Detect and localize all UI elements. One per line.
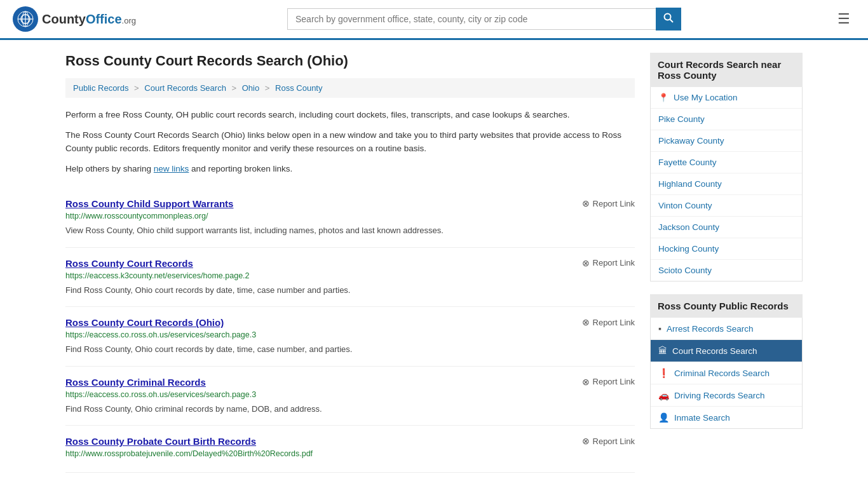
public-records-item-0[interactable]: ▪ Arrest Records Search [651,318,802,340]
public-records-label-0[interactable]: Arrest Records Search [667,324,754,334]
county-link-text-3[interactable]: Highland County [658,179,722,189]
result-header: Ross County Child Support Warrants ⊗ Rep… [65,198,635,209]
county-link-6[interactable]: Hocking County [651,238,802,260]
report-link-1[interactable]: ⊗ Report Link [582,258,635,268]
svg-line-6 [670,20,673,23]
public-records-label-4[interactable]: Inmate Search [674,413,730,423]
county-link-text-4[interactable]: Vinton County [658,201,712,210]
result-url-0[interactable]: http://www.rosscountycommonpleas.org/ [65,212,635,220]
public-records-label-2[interactable]: Criminal Records Search [674,369,770,378]
report-link-icon-4: ⊗ [582,436,590,446]
result-title-3[interactable]: Ross County Criminal Records [65,377,206,388]
result-item: Ross County Court Records ⊗ Report Link … [65,248,635,308]
breadcrumb-ohio[interactable]: Ohio [242,83,259,93]
public-records-item-4[interactable]: 👤 Inmate Search [651,407,802,428]
result-desc-0: View Ross County, Ohio child support war… [65,224,635,237]
result-desc-1: Find Ross County, Ohio court records by … [65,284,635,297]
report-link-label-4[interactable]: Report Link [593,437,635,446]
county-link-0[interactable]: Pike County [651,109,802,130]
logo-area: CountyOffice.org [13,6,136,32]
public-records-item-2[interactable]: ❗ Criminal Records Search [651,362,802,384]
use-my-location[interactable]: 📍 Use My Location [651,87,802,109]
location-pin-icon: 📍 [658,93,668,102]
result-title-2[interactable]: Ross County Court Records (Ohio) [65,317,224,328]
public-records-icon-1: 🏛 [658,346,667,356]
public-records-content: ▪ Arrest Records Search 🏛 Court Records … [650,318,803,429]
county-link-4[interactable]: Vinton County [651,195,802,217]
result-title-4[interactable]: Ross County Probate Court Birth Records [65,436,256,447]
result-desc-3: Find Ross County, Ohio criminal records … [65,403,635,416]
report-link-3[interactable]: ⊗ Report Link [582,377,635,387]
use-location-link[interactable]: Use My Location [674,93,738,102]
breadcrumb-public-records[interactable]: Public Records [73,83,128,93]
result-item: Ross County Child Support Warrants ⊗ Rep… [65,188,635,248]
breadcrumb-sep3: > [265,83,272,93]
report-link-0[interactable]: ⊗ Report Link [582,198,635,208]
search-input[interactable] [287,8,656,30]
county-link-text-1[interactable]: Pickaway County [658,136,724,146]
result-url-1[interactable]: https://eaccess.k3county.net/eservices/h… [65,271,635,280]
county-link-5[interactable]: Jackson County [651,217,802,238]
menu-button[interactable]: ☰ [832,8,855,30]
county-link-3[interactable]: Highland County [651,173,802,195]
public-records-label-1[interactable]: Court Records Search [672,346,757,356]
county-links-container: Pike CountyPickaway CountyFayette County… [651,109,802,281]
county-link-text-2[interactable]: Fayette County [658,158,717,167]
result-header: Ross County Court Records ⊗ Report Link [65,258,635,269]
result-header: Ross County Criminal Records ⊗ Report Li… [65,377,635,388]
public-records-icon-0: ▪ [658,323,661,334]
logo-text: CountyOffice.org [42,12,136,27]
nearby-section-title: Court Records Search near Ross County [650,53,803,87]
intro-prefix: Help others by sharing [65,164,154,173]
county-link-text-0[interactable]: Pike County [658,114,705,124]
result-url-3[interactable]: https://eaccess.co.ross.oh.us/eservices/… [65,390,635,399]
result-header: Ross County Court Records (Ohio) ⊗ Repor… [65,317,635,328]
report-link-label-1[interactable]: Report Link [593,258,635,268]
logo-office: Office [86,12,122,26]
report-link-icon-1: ⊗ [582,258,590,268]
intro-paragraph-1: Perform a free Ross County, OH public co… [65,108,635,122]
county-link-text-7[interactable]: Scioto County [658,266,712,275]
report-link-label-0[interactable]: Report Link [593,199,635,208]
result-url-2[interactable]: https://eaccess.co.ross.oh.us/eservices/… [65,330,635,339]
public-records-item-1[interactable]: 🏛 Court Records Search [651,340,802,362]
result-header: Ross County Probate Court Birth Records … [65,436,635,447]
report-link-label-2[interactable]: Report Link [593,318,635,327]
county-link-text-6[interactable]: Hocking County [658,244,719,254]
content-area: Ross County Court Records Search (Ohio) … [65,53,635,473]
result-title-0[interactable]: Ross County Child Support Warrants [65,198,233,209]
report-link-icon-3: ⊗ [582,377,590,387]
report-link-label-3[interactable]: Report Link [593,377,635,386]
public-records-title-text: Ross County Public Records [658,301,789,311]
county-link-text-5[interactable]: Jackson County [658,222,719,232]
nearby-section: Court Records Search near Ross County 📍 … [650,53,803,281]
breadcrumb-ross-county[interactable]: Ross County [275,83,322,93]
header: CountyOffice.org ☰ [0,0,868,40]
search-button[interactable] [656,8,681,30]
result-item: Ross County Probate Court Birth Records … [65,426,635,473]
breadcrumb-court-records[interactable]: Court Records Search [144,83,226,93]
logo-icon [13,6,38,32]
intro-suffix: and reporting broken links. [189,164,292,173]
county-link-1[interactable]: Pickaway County [651,130,802,152]
report-link-icon-0: ⊗ [582,198,590,208]
report-link-2[interactable]: ⊗ Report Link [582,317,635,327]
county-link-2[interactable]: Fayette County [651,152,802,173]
result-title-1[interactable]: Ross County Court Records [65,258,193,269]
breadcrumb-sep2: > [232,83,239,93]
result-desc-2: Find Ross County, Ohio court records by … [65,343,635,356]
public-records-item-3[interactable]: 🚗 Driving Records Search [651,384,802,407]
breadcrumb: Public Records > Court Records Search > … [65,78,635,98]
intro-paragraph-3: Help others by sharing new links and rep… [65,162,635,176]
sidebar: Court Records Search near Ross County 📍 … [650,53,803,473]
new-links-link[interactable]: new links [154,164,189,173]
public-records-label-3[interactable]: Driving Records Search [674,391,765,400]
report-link-4[interactable]: ⊗ Report Link [582,436,635,446]
result-url-4[interactable]: http://www.rossprobatejuvenile.com/Delay… [65,449,635,458]
nearby-title-text: Court Records Search near Ross County [658,59,781,81]
nearby-section-content: 📍 Use My Location Pike CountyPickaway Co… [650,87,803,281]
county-link-7[interactable]: Scioto County [651,260,802,281]
public-records-icon-3: 🚗 [658,390,669,400]
public-records-icon-2: ❗ [658,368,669,378]
breadcrumb-sep1: > [134,83,141,93]
